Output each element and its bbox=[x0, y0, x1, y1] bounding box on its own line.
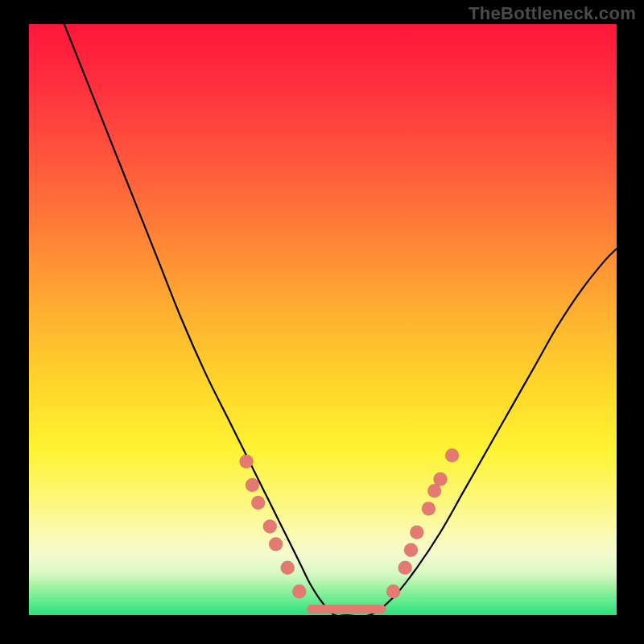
sample-point bbox=[251, 496, 265, 510]
watermark-text: TheBottleneck.com bbox=[469, 3, 636, 24]
sample-point bbox=[263, 519, 277, 533]
curve-layer bbox=[29, 24, 617, 615]
sample-point bbox=[386, 584, 400, 598]
sample-point bbox=[281, 561, 295, 575]
chart-frame: TheBottleneck.com bbox=[0, 0, 644, 644]
sample-point bbox=[445, 448, 459, 462]
plot-area bbox=[29, 24, 617, 615]
sample-point bbox=[269, 537, 283, 551]
sample-points-group bbox=[240, 448, 459, 598]
sample-point bbox=[410, 526, 423, 539]
sample-point bbox=[246, 478, 259, 492]
sample-point bbox=[404, 543, 418, 557]
bottleneck-curve bbox=[64, 24, 617, 617]
sample-point bbox=[434, 473, 448, 486]
sample-point bbox=[422, 502, 436, 515]
sample-point bbox=[398, 561, 412, 575]
sample-point bbox=[240, 455, 254, 469]
sample-point bbox=[292, 584, 306, 598]
sample-point bbox=[427, 484, 441, 497]
